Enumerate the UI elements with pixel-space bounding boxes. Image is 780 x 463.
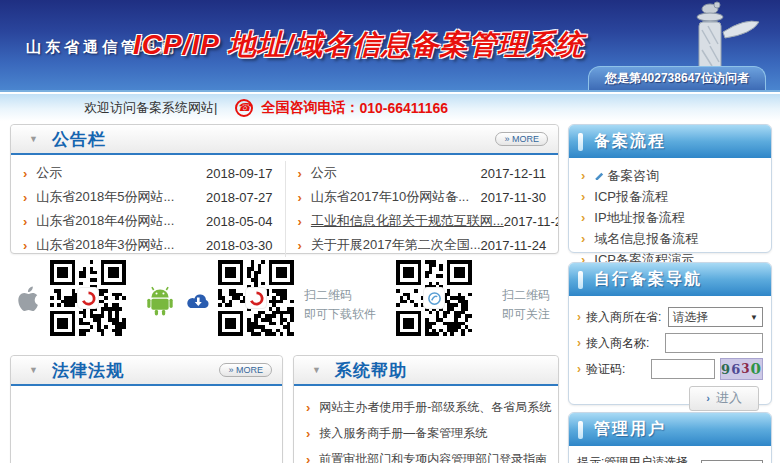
bullet-arrow-icon: ›	[298, 238, 302, 253]
list-item: ›前置审批部门和专项内容管理部门登录指南	[294, 446, 558, 463]
apple-icon	[16, 284, 40, 314]
help-link[interactable]: 接入服务商手册—备案管理系统	[319, 425, 487, 442]
captcha-digit: 3	[741, 362, 750, 376]
phone-icon: ☎	[235, 99, 253, 117]
bulletin-link[interactable]: 公示	[311, 164, 337, 182]
list-item: ›山东省2018年5份网站...2018-07-27	[11, 185, 285, 209]
captcha-digit: 6	[731, 362, 741, 377]
process-link[interactable]: ICP报备流程	[594, 188, 668, 206]
bulletin-link[interactable]: 山东省2018年5份网站...	[36, 188, 174, 206]
process-header: 备案流程	[569, 125, 771, 158]
list-item: ›网站主办者使用手册-部级系统、各省局系统	[294, 394, 558, 420]
chevron-down-icon: ▼	[750, 313, 758, 322]
bulletin-date: 2018-07-27	[206, 190, 273, 205]
help-header: ▼ 系统帮助	[294, 356, 558, 386]
triangle-down-icon: ▼	[29, 365, 38, 375]
bulletin-date: 2018-03-30	[206, 238, 273, 253]
captcha-image[interactable]: 9 6 3 0	[720, 358, 763, 380]
qr-section: 扫二维码 即可下载软件 扫二维码 即可关注	[10, 258, 559, 352]
help-link[interactable]: 网站主办者使用手册-部级系统、各省局系统	[319, 399, 551, 416]
triangle-down-icon: ▼	[29, 134, 38, 144]
bulletin-date: 2018-09-17	[206, 166, 273, 181]
province-select[interactable]: 请选择 ▼	[668, 307, 763, 327]
isp-name-input[interactable]	[665, 333, 763, 353]
captcha-row: › 验证码: 9 6 3 0	[569, 356, 771, 382]
process-link[interactable]: 域名信息报备流程	[594, 230, 698, 248]
bullet-arrow-icon: ›	[581, 231, 585, 246]
list-item: ›关于开展2017年第二次全国...2017-11-24	[286, 233, 559, 257]
enter-button[interactable]: › 进入	[689, 386, 759, 411]
enter-arrow-icon: ›	[706, 392, 710, 404]
site-title: ICP/IP 地址/域名信息备案管理系统	[133, 26, 584, 64]
bulletin-date: 2017-11-24	[481, 238, 547, 253]
qr-code-ios	[50, 260, 126, 336]
header-accent-bar	[578, 421, 583, 439]
qr-code-download	[218, 260, 294, 336]
help-link[interactable]: 前置审批部门和专项内容管理部门登录指南	[319, 451, 547, 463]
bulletin-link[interactable]: 公示	[36, 164, 62, 182]
android-icon	[146, 286, 174, 316]
isp-row: › 接入商名称:	[569, 330, 771, 356]
triangle-down-icon: ▼	[312, 365, 321, 375]
bullet-arrow-icon: ›	[581, 168, 585, 183]
list-item: ›山东省2018年3份网站...2018-03-30	[11, 233, 285, 257]
admin-panel: 管理用户 提示:管理用户请选择→ 请选择 ▼	[568, 412, 772, 463]
process-link[interactable]: IP地址报备流程	[594, 209, 684, 227]
hotline-label: 全国咨询电话：	[261, 99, 359, 117]
bulletin-date: 2017-12-11	[480, 166, 546, 181]
bullet-arrow-icon: ›	[23, 190, 27, 205]
captcha-digit: 0	[751, 360, 762, 378]
admin-title: 管理用户	[594, 419, 666, 440]
header: 山东省通信管理局 ICP/IP 地址/域名信息备案管理系统 您是第4027386…	[0, 0, 780, 92]
laws-more-button[interactable]: » MORE	[219, 363, 272, 377]
bullet-arrow-icon: ›	[306, 426, 310, 441]
process-link[interactable]: 备案咨询	[607, 167, 659, 185]
bulletin-more-button[interactable]: » MORE	[495, 132, 548, 146]
list-item: ›山东省2017年10份网站备...2017-11-30	[286, 185, 559, 209]
province-row: › 接入商所在省: 请选择 ▼	[569, 304, 771, 330]
welcome-text: 欢迎访问备案系统网站|	[84, 99, 217, 117]
bulletin-date: 2017-11-30	[480, 190, 546, 205]
admin-user-select[interactable]: 请选择 ▼	[701, 460, 763, 463]
isp-label: 接入商名称:	[586, 335, 665, 352]
list-item: ›IP地址报备流程	[569, 207, 771, 228]
bulletin-link[interactable]: 山东省2018年4份网站...	[36, 212, 174, 230]
qr-caption-follow: 扫二维码 即可关注	[502, 286, 550, 324]
bullet-arrow-icon: ›	[23, 238, 27, 253]
list-item: ›公示2017-12-11	[286, 161, 559, 185]
bulletin-link[interactable]: 山东省2017年10份网站备...	[311, 188, 469, 206]
bulletin-link[interactable]: 山东省2018年3份网站...	[36, 236, 174, 254]
filing-nav-header: 自行备案导航	[569, 263, 771, 296]
welcome-bar: 欢迎访问备案系统网站| ☎ 全国咨询电话： 010-66411166	[0, 94, 780, 121]
captcha-input[interactable]	[651, 359, 715, 379]
bullet-arrow-icon: ›	[306, 400, 310, 415]
captcha-label: 验证码:	[586, 361, 651, 378]
admin-header: 管理用户	[569, 413, 771, 446]
bulletin-link[interactable]: 工业和信息化部关于规范互联网...	[311, 212, 504, 230]
header-accent-bar	[578, 271, 583, 289]
list-item: ›工业和信息化部关于规范互联网...2017-11-28	[286, 209, 559, 233]
bullet-arrow-icon: ›	[577, 362, 581, 376]
bullet-arrow-icon: ›	[577, 310, 581, 324]
bulletin-list: ›公示2018-09-17 ›山东省2018年5份网站...2018-07-27…	[11, 155, 558, 257]
bulletin-column-right: ›公示2017-12-11 ›山东省2017年10份网站备...2017-11-…	[285, 161, 559, 257]
help-panel: ▼ 系统帮助 ›网站主办者使用手册-部级系统、各省局系统 ›接入服务商手册—备案…	[293, 355, 559, 463]
province-select-value: 请选择	[673, 309, 709, 326]
laws-header: ▼ 法律法规 » MORE	[11, 356, 282, 386]
bulletin-column-left: ›公示2018-09-17 ›山东省2018年5份网站...2018-07-27…	[11, 161, 285, 257]
bullet-arrow-icon: ›	[298, 214, 302, 229]
filing-nav-panel: 自行备案导航 › 接入商所在省: 请选择 ▼ › 接入商名称: › 验证码: 9…	[568, 262, 772, 405]
process-title: 备案流程	[594, 131, 666, 152]
filing-nav-title: 自行备案导航	[594, 269, 702, 290]
laws-panel: ▼ 法律法规 » MORE	[10, 355, 283, 463]
bullet-arrow-icon: ›	[298, 190, 302, 205]
bullet-arrow-icon: ›	[23, 166, 27, 181]
captcha-digit: 9	[721, 362, 731, 377]
pencil-icon	[594, 170, 605, 181]
bulletin-title: 公告栏	[52, 128, 106, 151]
bulletin-link[interactable]: 关于开展2017年第二次全国...	[311, 236, 481, 254]
help-title: 系统帮助	[335, 359, 407, 382]
list-item: ›域名信息报备流程	[569, 228, 771, 249]
province-label: 接入商所在省:	[586, 309, 668, 326]
list-item: ›ICP报备流程	[569, 186, 771, 207]
